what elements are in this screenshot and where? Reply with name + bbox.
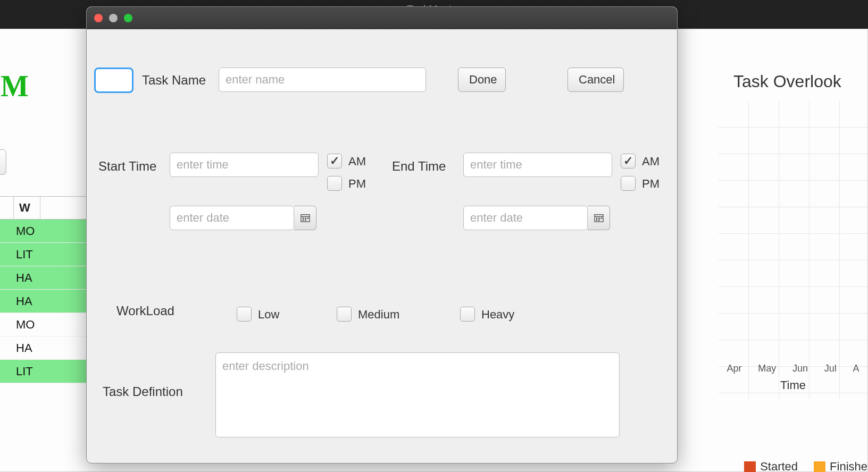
end-am-checkbox[interactable] xyxy=(621,154,636,168)
cell-w: LIT xyxy=(14,248,40,262)
svg-rect-9 xyxy=(596,217,597,219)
focused-small-field[interactable] xyxy=(94,68,133,93)
end-time-label: End Time xyxy=(392,159,446,174)
task-overlook-panel: Task Overlook AprMayJunJulA Time Started… xyxy=(719,72,867,454)
end-date-input[interactable] xyxy=(463,206,588,230)
cell-end: 08:00:… xyxy=(0,365,14,378)
window-close-icon[interactable] xyxy=(94,14,103,22)
workload-label: WorkLoad xyxy=(116,304,174,318)
table-row[interactable]: 08:00:…LIT xyxy=(0,360,88,383)
table-header: End W xyxy=(0,196,88,220)
task-definition-textarea[interactable] xyxy=(215,352,620,437)
start-date-picker xyxy=(170,206,316,230)
task-name-input[interactable] xyxy=(219,68,426,92)
svg-rect-4 xyxy=(307,217,308,219)
end-time-input[interactable] xyxy=(463,153,612,177)
cell-end: 05:30:00 xyxy=(0,341,14,355)
table-row[interactable]: 04:20:00HA xyxy=(0,290,88,313)
delete-task-button[interactable]: ete Task xyxy=(0,149,6,175)
end-date-picker xyxy=(463,206,610,230)
x-tick: Apr xyxy=(727,363,741,374)
calendar-icon xyxy=(301,213,310,223)
svg-rect-12 xyxy=(596,220,597,221)
table-row[interactable]: 04:39:…MO xyxy=(0,220,88,243)
cancel-button[interactable]: Cancel xyxy=(567,68,624,92)
chart-x-ticks: AprMayJunJulA xyxy=(719,363,867,374)
start-am-label: AM xyxy=(348,155,366,168)
workload-medium-label: Medium xyxy=(358,308,399,322)
x-tick: May xyxy=(758,363,776,374)
app-title-fragment: ask M xyxy=(0,69,29,103)
x-tick: Jun xyxy=(792,363,808,374)
calendar-icon xyxy=(594,213,604,223)
workload-heavy-label: Heavy xyxy=(481,308,514,322)
overlook-title: Task Overlook xyxy=(719,72,867,91)
svg-rect-3 xyxy=(305,217,306,219)
x-tick: A xyxy=(853,363,859,374)
svg-rect-13 xyxy=(598,220,600,221)
workload-medium-checkbox[interactable] xyxy=(337,307,352,322)
cell-w: MO xyxy=(14,224,40,238)
start-date-input[interactable] xyxy=(170,206,294,230)
end-am-label: AM xyxy=(642,155,660,168)
new-task-dialog: Task Name Done Cancel Start Time AM PM E… xyxy=(86,6,678,463)
table-row[interactable]: 05:30:00HA xyxy=(0,336,88,360)
start-pm-checkbox[interactable] xyxy=(327,176,342,191)
legend-started: Started xyxy=(744,460,798,472)
overlook-chart: AprMayJunJulA Time xyxy=(719,101,867,399)
workload-heavy-checkbox[interactable] xyxy=(460,307,475,322)
cell-w: HA xyxy=(14,341,40,355)
cell-w: MO xyxy=(14,318,40,332)
x-tick: Jul xyxy=(824,363,837,374)
window-minimize-icon[interactable] xyxy=(109,14,118,22)
start-am-checkbox[interactable] xyxy=(327,154,342,168)
legend-finished: Finishe xyxy=(814,460,867,472)
end-pm-label: PM xyxy=(642,177,660,191)
cell-end: 04:20:00 xyxy=(0,294,14,308)
cell-w: HA xyxy=(14,271,40,285)
svg-rect-11 xyxy=(600,217,602,219)
svg-rect-2 xyxy=(302,217,304,219)
workload-low-label: Low xyxy=(258,308,279,322)
chart-x-label: Time xyxy=(719,378,867,392)
start-date-calendar-button[interactable] xyxy=(294,206,316,230)
svg-rect-6 xyxy=(305,220,306,221)
cell-end: 04:29:00 xyxy=(0,248,14,262)
task-name-label: Task Name xyxy=(142,73,206,88)
start-pm-label: PM xyxy=(348,177,366,191)
table-row[interactable]: 04:29:00LIT xyxy=(0,243,88,266)
tasks-table: End W 04:39:…MO04:29:00LIT05:30:00HA04:2… xyxy=(0,196,88,383)
start-time-label: Start Time xyxy=(98,159,156,174)
window-maximize-icon[interactable] xyxy=(124,14,132,22)
chart-legend: Started Finishe xyxy=(744,460,867,472)
cell-end: 05:30:00 xyxy=(0,271,14,285)
svg-rect-5 xyxy=(302,220,304,221)
cell-end: 05:50:00 xyxy=(0,318,14,332)
col-w[interactable]: W xyxy=(14,197,40,219)
dialog-titlebar[interactable] xyxy=(87,7,677,29)
svg-rect-10 xyxy=(598,217,600,219)
task-definition-label: Task Defintion xyxy=(103,384,183,399)
cell-w: LIT xyxy=(14,365,40,378)
cell-end: 04:39:… xyxy=(0,224,14,238)
workload-low-checkbox[interactable] xyxy=(237,307,252,322)
col-end[interactable]: End xyxy=(0,197,14,219)
table-row[interactable]: 05:30:00HA xyxy=(0,266,88,290)
cell-w: HA xyxy=(14,294,40,308)
end-pm-checkbox[interactable] xyxy=(621,176,636,191)
done-button[interactable]: Done xyxy=(458,68,506,92)
table-row[interactable]: 05:50:00MO xyxy=(0,313,88,336)
start-time-input[interactable] xyxy=(170,153,319,177)
end-date-calendar-button[interactable] xyxy=(588,206,610,230)
